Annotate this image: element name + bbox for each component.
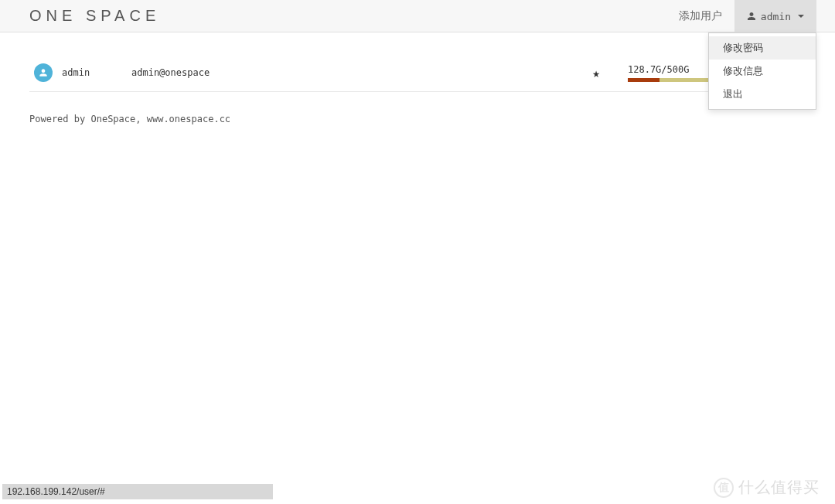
user-dropdown-menu: 修改密码 修改信息 退出 — [708, 32, 816, 110]
email-cell: admin@onespace — [131, 67, 592, 78]
navbar: ONE SPACE 添加用户 admin — [0, 0, 835, 32]
watermark: 值 什么值得买 — [714, 477, 820, 498]
storage-progress-fill — [628, 78, 659, 82]
dropdown-item-change-password[interactable]: 修改密码 — [709, 36, 816, 60]
add-user-button[interactable]: 添加用户 — [666, 0, 734, 32]
watermark-text: 什么值得买 — [738, 477, 820, 498]
status-bar: 192.168.199.142/user/# — [2, 484, 273, 499]
logo[interactable]: ONE SPACE — [29, 7, 160, 25]
user-dropdown-button[interactable]: admin — [734, 0, 816, 32]
dropdown-item-change-info[interactable]: 修改信息 — [709, 60, 816, 83]
avatar — [34, 63, 53, 82]
watermark-icon: 值 — [714, 478, 734, 498]
user-icon — [747, 11, 756, 22]
table-row[interactable]: admin admin@onespace ★ 128.7G/500G — [29, 56, 806, 92]
chevron-down-icon — [798, 15, 804, 18]
star-icon[interactable]: ★ — [592, 66, 600, 80]
nav-right: 添加用户 admin — [666, 0, 816, 32]
dropdown-item-logout[interactable]: 退出 — [709, 83, 816, 106]
footer-text: Powered by OneSpace, www.onespace.cc — [29, 92, 806, 124]
username-cell: admin — [62, 67, 131, 78]
current-user-label: admin — [761, 11, 791, 22]
